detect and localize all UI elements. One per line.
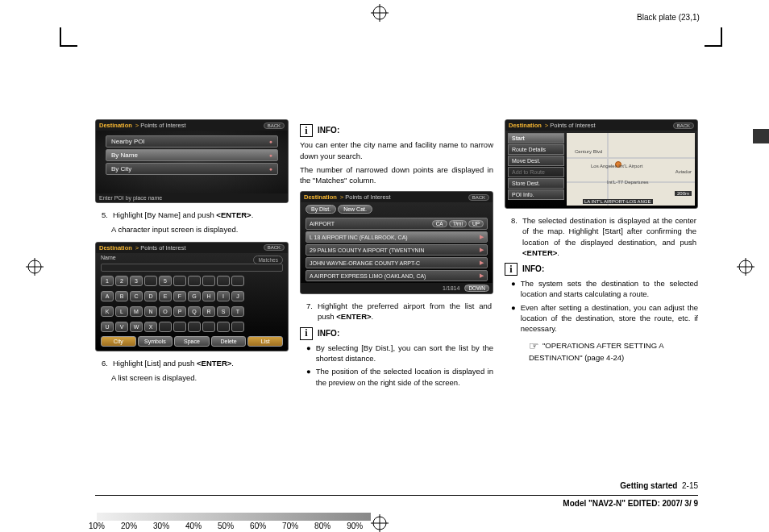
- key: [188, 276, 201, 286]
- breadcrumb-main: Destination: [509, 122, 542, 129]
- breadcrumb-main: Destination: [99, 244, 132, 251]
- key: S: [217, 306, 230, 317]
- distance-badge: 7/mi: [449, 220, 467, 227]
- plate-label: Black plate (23,1): [637, 13, 700, 22]
- footer-rule: [95, 495, 698, 496]
- percent-scale: 10% 20% 30% 40% 50% 60% 70% 80% 90%: [89, 522, 363, 530]
- chevron-right-icon: >: [340, 193, 343, 201]
- list-row: AIRPORT CA 7/mi UP: [306, 218, 488, 230]
- crop-mark: [705, 45, 722, 47]
- screenshot-map: Destination > Points of Interest BACK St…: [505, 119, 698, 209]
- up-button: UP: [468, 220, 484, 227]
- map-scale: 200m: [675, 191, 692, 196]
- breadcrumb-main: Destination: [304, 193, 337, 201]
- bullet-item: ●Even after setting a destination, you c…: [511, 302, 698, 335]
- key: A: [101, 291, 114, 301]
- step-6: 6. Highlight [List] and push <ENTER>.: [97, 358, 287, 368]
- column-1: Destination > Points of Interest BACK Ne…: [95, 119, 289, 390]
- key: [159, 322, 172, 332]
- map-label: Los Angeles Int'L Airport: [591, 164, 642, 168]
- step-8: 8. The selected destination is displayed…: [506, 215, 696, 258]
- key: H: [202, 291, 215, 301]
- state-badge: CA: [432, 220, 447, 227]
- chevron-right-icon: >: [135, 122, 139, 129]
- key: [231, 276, 244, 286]
- key: 1: [101, 276, 114, 286]
- key: R: [202, 306, 215, 317]
- chevron-right-icon: >: [135, 244, 139, 251]
- key: F: [173, 291, 186, 301]
- key: [144, 276, 157, 286]
- side-item-move-dest: Move Dest.: [508, 156, 564, 166]
- info-label: INFO:: [318, 329, 339, 338]
- key: C: [130, 291, 143, 301]
- key: P: [173, 306, 186, 317]
- registration-mark-icon: [371, 514, 389, 532]
- by-dist-button: By Dist.: [306, 205, 336, 214]
- breadcrumb-sub: Points of Interest: [140, 122, 185, 129]
- breadcrumb-sub: Points of Interest: [550, 122, 595, 129]
- column-2: i INFO: You can enter the city name and …: [300, 119, 493, 390]
- bullet-item: ●The system sets the destination to the …: [511, 278, 698, 300]
- matches-badge: Matches: [253, 256, 283, 264]
- delete-button: Delete: [211, 336, 247, 347]
- menu-item: By Name●: [106, 149, 278, 161]
- key: B: [115, 291, 128, 301]
- key: N: [144, 306, 157, 317]
- key: L: [115, 306, 128, 317]
- breadcrumb-sub: Points of Interest: [140, 244, 185, 251]
- info-icon: i: [300, 124, 313, 137]
- side-item-store-dest: Store Dest.: [508, 178, 564, 189]
- back-button: BACK: [264, 123, 285, 129]
- chevron-right-icon: >: [545, 122, 548, 129]
- screenshot-list: Destination > Points of Interest BACK By…: [300, 191, 493, 294]
- step-5-continued: A character input screen is displayed.: [111, 224, 289, 235]
- halftone-bar: [97, 513, 371, 521]
- info-icon: i: [300, 327, 313, 340]
- key: I: [217, 291, 230, 301]
- key: [231, 322, 244, 332]
- key: X: [144, 322, 157, 332]
- menu-item: By City●: [106, 163, 278, 175]
- key: E: [159, 291, 172, 301]
- key: V: [115, 322, 128, 332]
- down-button: DOWN: [464, 285, 489, 292]
- info-label: INFO:: [318, 126, 339, 135]
- keyboard-row-1: 1 2 3 5: [96, 273, 288, 289]
- key: J: [231, 291, 244, 301]
- key: [202, 322, 215, 332]
- info-icon: i: [505, 263, 518, 276]
- thumb-tab: [753, 129, 769, 143]
- key: W: [130, 322, 143, 332]
- back-button: BACK: [673, 123, 694, 129]
- info-paragraph: The number of narrowed down points are d…: [300, 164, 493, 187]
- pointing-hand-icon: ☞: [529, 339, 539, 355]
- key: M: [130, 306, 143, 317]
- column-3: Destination > Points of Interest BACK St…: [505, 119, 698, 390]
- bullet-item: ●The position of the selected location i…: [306, 366, 493, 388]
- screenshot-poi-menu: Destination > Points of Interest BACK Ne…: [95, 119, 289, 203]
- key: O: [159, 306, 172, 317]
- breadcrumb-main: Destination: [99, 122, 132, 129]
- map-label: Int'L-T7 Departures: [607, 180, 649, 185]
- key: [202, 276, 215, 286]
- list-row: JOHN WAYNE-ORANGE COUNTY ARPT-C▶: [306, 257, 488, 268]
- list-counter: 1/1814: [443, 285, 459, 291]
- keyboard-row-3: K L M N O P Q R S T: [96, 304, 288, 319]
- side-item-route-details: Route Details: [508, 144, 564, 155]
- key: [217, 322, 230, 332]
- key: U: [101, 322, 114, 332]
- info-paragraph: You can enter the city name and facility…: [300, 139, 493, 162]
- crop-mark: [60, 27, 61, 45]
- keyboard-row-2: A B C D E F G H I J: [96, 289, 288, 304]
- step-7: 7. Highlight the preferred airport from …: [301, 301, 492, 322]
- key: [173, 276, 186, 286]
- space-button: Space: [174, 336, 210, 347]
- key: K: [101, 306, 114, 317]
- map-label: Aviador: [675, 169, 692, 174]
- key: [188, 322, 201, 332]
- back-button: BACK: [264, 244, 285, 251]
- key: [217, 276, 230, 286]
- registration-mark-icon: [371, 4, 389, 22]
- list-button: List: [247, 336, 283, 347]
